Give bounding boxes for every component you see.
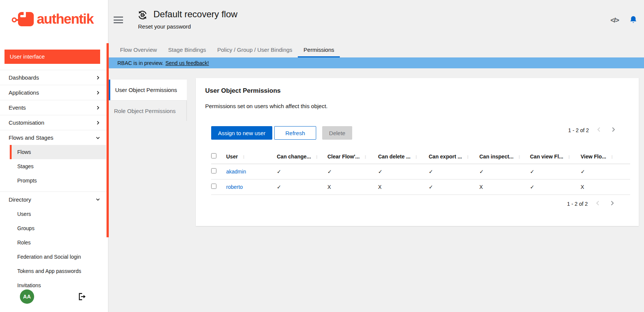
sidebar-nav: Dashboards Applications Events Customisa…: [0, 70, 108, 292]
sidebar-item-stages[interactable]: Stages: [0, 159, 108, 173]
sidebar-item-prompts[interactable]: Prompts: [0, 173, 108, 188]
sidebar-footer: AA: [0, 289, 108, 306]
header-actions: </>: [611, 15, 638, 26]
api-code-icon[interactable]: </>: [611, 16, 618, 24]
sidebar-item-federation[interactable]: Federation and Social login: [0, 250, 108, 264]
page-subtitle: Reset your password: [138, 23, 191, 30]
perm-cell: ✓: [429, 179, 479, 194]
chevron-right-icon: [95, 120, 101, 125]
tab-flow-overview[interactable]: Flow Overview: [114, 43, 162, 57]
perm-cell: ✓: [327, 164, 378, 179]
sidebar-item-dashboards[interactable]: Dashboards: [0, 70, 108, 85]
authentik-logo[interactable]: authentik: [11, 11, 93, 28]
sidebar-item-roles[interactable]: Roles: [0, 235, 108, 250]
sidebar-item-users[interactable]: Users: [0, 207, 108, 221]
sidebar-item-flows-and-stages[interactable]: Flows and Stages: [0, 130, 108, 145]
process-gear-icon: [138, 10, 147, 21]
chevron-right-icon: [95, 75, 101, 80]
tab-permissions[interactable]: Permissions: [298, 43, 340, 57]
sidebar-item-events[interactable]: Events: [0, 100, 108, 115]
feedback-link[interactable]: Send us feedback!: [165, 60, 209, 66]
page-title: Default recovery flow: [153, 9, 237, 20]
sort-icon[interactable]: ↕: [568, 154, 570, 160]
table-row: roberto ✓ X X ✓ X ✓ X: [211, 179, 630, 194]
tab-policy-group-user-bindings[interactable]: Policy / Group / User Bindings: [212, 43, 298, 57]
permission-subtabs: User Object Permissions Role Object Perm…: [109, 80, 187, 121]
chevron-down-icon: [95, 197, 101, 202]
permissions-table: User↕ Can change...↕ Clear Flow'...↕ Can…: [211, 149, 630, 195]
sort-icon[interactable]: ↕: [364, 154, 367, 160]
user-link-roberto[interactable]: roberto: [226, 184, 243, 190]
sidebar-item-tokens[interactable]: Tokens and App passwords: [0, 264, 108, 278]
perm-cell: X: [327, 179, 378, 194]
perm-cell: ✓: [378, 164, 429, 179]
column-header-clear-flow: Clear Flow'...: [327, 154, 360, 160]
sidebar-item-groups[interactable]: Groups: [0, 221, 108, 235]
perm-cell: ✓: [530, 179, 581, 194]
sort-icon[interactable]: ↕: [315, 154, 318, 160]
subtab-role-object-permissions[interactable]: Role Object Permissions: [109, 100, 187, 121]
subtab-user-object-permissions[interactable]: User Object Permissions: [109, 80, 187, 100]
column-header-can-export: Can export ...: [429, 154, 462, 160]
pagination-next-icon[interactable]: [609, 127, 617, 133]
pagination-prev-icon[interactable]: [594, 200, 602, 207]
banner-text: RBAC is in preview.: [117, 60, 164, 66]
table-header-row: User↕ Can change...↕ Clear Flow'...↕ Can…: [211, 149, 630, 164]
pagination-next-icon[interactable]: [608, 200, 616, 207]
user-link-akadmin[interactable]: akadmin: [226, 169, 246, 175]
main-area: Default recovery flow Reset your passwor…: [109, 0, 644, 312]
sort-icon[interactable]: ↕: [467, 154, 469, 160]
pagination-top: 1 - 2 of 2: [568, 127, 617, 133]
sort-icon[interactable]: ↕: [415, 154, 417, 160]
brand-name: authentik: [37, 11, 93, 27]
perm-cell: ✓: [581, 164, 630, 179]
card-description: Permissions set on users which affect th…: [205, 103, 328, 109]
sign-out-icon[interactable]: [78, 292, 86, 302]
sidebar: authentik User interface Dashboards Appl…: [0, 0, 108, 312]
refresh-button[interactable]: Refresh: [274, 126, 316, 140]
chevron-right-icon: [95, 90, 101, 95]
sidebar-item-customisation[interactable]: Customisation: [0, 115, 108, 130]
tab-stage-bindings[interactable]: Stage Bindings: [162, 43, 212, 57]
rbac-preview-banner: RBAC is in preview. Send us feedback!: [109, 57, 644, 68]
column-header-user: User: [226, 154, 238, 160]
delete-button[interactable]: Delete: [322, 126, 352, 140]
pagination-prev-icon[interactable]: [595, 127, 603, 133]
perm-cell: X: [581, 179, 630, 194]
sort-icon[interactable]: ↕: [518, 154, 521, 160]
user-object-permissions-card: User Object Permissions Permissions set …: [196, 78, 639, 226]
avatar[interactable]: AA: [20, 289, 34, 304]
pagination-range-label: 1 - 2 of 2: [567, 201, 588, 207]
sidebar-item-flows[interactable]: Flows: [10, 145, 106, 159]
notifications-bell-icon[interactable]: [629, 15, 638, 26]
sidebar-item-applications[interactable]: Applications: [0, 85, 108, 100]
column-header-can-inspect: Can inspect...: [479, 154, 513, 160]
authentik-key-icon: [11, 11, 35, 28]
sidebar-accent-bar: [107, 43, 109, 237]
column-header-view-flow: View Flo...: [581, 154, 606, 160]
pagination-bottom: 1 - 2 of 2: [567, 200, 616, 207]
column-header-can-delete: Can delete ...: [378, 154, 410, 160]
select-all-checkbox[interactable]: [211, 153, 216, 158]
chevron-down-icon: [95, 135, 101, 140]
perm-cell: ✓: [530, 164, 581, 179]
perm-cell: X: [378, 179, 429, 194]
assign-to-new-user-button[interactable]: Assign to new user: [211, 126, 272, 140]
perm-cell: ✓: [277, 164, 327, 179]
sort-icon[interactable]: ↕: [242, 154, 245, 160]
column-header-can-view: Can view Fl...: [530, 154, 563, 160]
perm-cell: X: [479, 179, 530, 194]
pagination-range-label: 1 - 2 of 2: [568, 127, 589, 133]
sidebar-item-directory[interactable]: Directory: [0, 192, 108, 207]
row-checkbox[interactable]: [211, 168, 216, 173]
hamburger-menu-icon[interactable]: [114, 17, 123, 25]
flow-tabs: Flow Overview Stage Bindings Policy / Gr…: [109, 43, 644, 57]
table-row: akadmin ✓ ✓ ✓ ✓ ✓ ✓ ✓: [211, 164, 630, 179]
column-header-can-change: Can change...: [277, 154, 311, 160]
sidebar-item-user-interface[interactable]: User interface: [5, 50, 100, 64]
sort-icon[interactable]: ↕: [611, 154, 613, 160]
perm-cell: ✓: [479, 164, 530, 179]
chevron-right-icon: [95, 105, 101, 110]
row-checkbox[interactable]: [211, 184, 216, 189]
perm-cell: ✓: [429, 164, 479, 179]
